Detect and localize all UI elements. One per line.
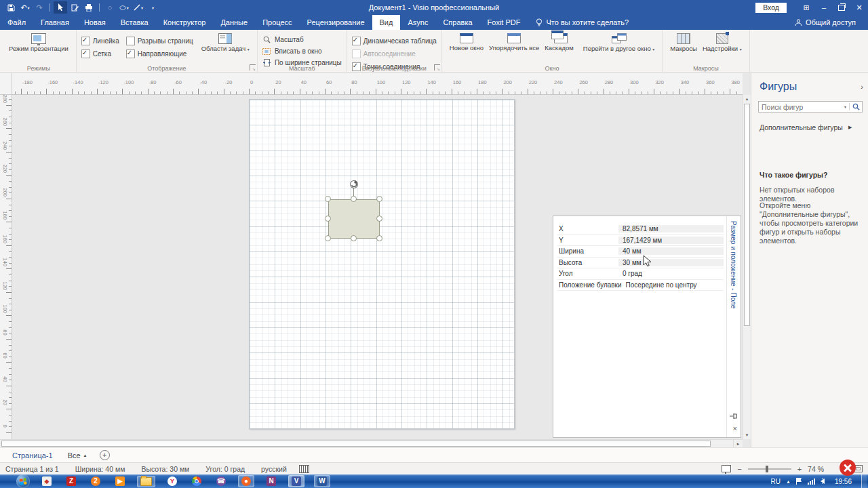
tab-foxit-pdf[interactable]: Foxit PDF	[480, 15, 528, 30]
save-icon[interactable]	[4, 1, 18, 14]
size-row-value[interactable]: Посередине по центру	[622, 281, 724, 289]
switch-windows-button[interactable]: Перейти в другое окно ▾	[580, 32, 658, 54]
macros-button[interactable]: Макросы	[667, 32, 700, 54]
checkbox-3[interactable]: Направляющие	[126, 49, 193, 59]
scroll-right-icon[interactable]: ▸	[733, 440, 743, 447]
tell-me-box[interactable]: Что вы хотите сделать?	[536, 15, 629, 30]
new-window-button[interactable]: Новое окно	[447, 32, 486, 53]
shape-search-input[interactable]	[759, 103, 842, 111]
file-explorer[interactable]	[137, 476, 155, 487]
shape-handle-top-left[interactable]	[325, 196, 331, 202]
checkbox-1[interactable]: Сетка	[81, 49, 119, 59]
clock[interactable]: 19:56	[835, 478, 852, 485]
pointer-tool-icon[interactable]	[54, 1, 67, 14]
more-shapes-menu[interactable]: Дополнительные фигуры ▶	[760, 123, 852, 131]
network-signal-icon[interactable]	[808, 479, 815, 485]
share-button[interactable]: Общий доступ	[795, 15, 856, 30]
restore-icon[interactable]	[833, 0, 850, 15]
viber[interactable]: ☎	[214, 476, 229, 487]
line-tool-icon[interactable]: ▾	[132, 1, 145, 14]
scroll-up-icon[interactable]: ▴	[743, 95, 751, 103]
chrome[interactable]	[189, 476, 204, 487]
print-icon[interactable]	[82, 1, 96, 14]
language-indicator[interactable]: RU	[771, 478, 781, 485]
vertical-scrollbar-thumb[interactable]	[744, 104, 750, 326]
shapes-pane-expand-icon[interactable]: ›	[861, 83, 863, 91]
tab-data[interactable]: Данные	[213, 15, 255, 30]
panel-close-icon[interactable]: ×	[733, 425, 737, 432]
presentation-mode-button[interactable]: Режим презентации	[6, 32, 71, 54]
status-item-2[interactable]: Высота: 30 мм	[141, 465, 189, 473]
drawing-page[interactable]	[249, 99, 515, 429]
undo-icon[interactable]: ↶▾	[18, 1, 32, 14]
customize-qat-icon[interactable]: ▾	[146, 1, 159, 14]
zoom-slider-thumb[interactable]	[766, 466, 768, 472]
search-icon[interactable]	[850, 103, 862, 110]
shape-handle-bottom-center[interactable]	[351, 235, 357, 241]
status-item-4[interactable]: русский	[261, 465, 287, 473]
size-position-side-tab[interactable]: Размер и положение - Поле	[726, 216, 741, 437]
shape-handle-top-right[interactable]	[376, 196, 382, 202]
shape-handle-middle-left[interactable]	[325, 216, 331, 222]
vertical-scrollbar[interactable]: ▴ ▾	[743, 95, 751, 439]
close-icon[interactable]: ✕	[850, 0, 868, 15]
app-icon-3[interactable]: 2	[88, 476, 103, 487]
app-icon-5[interactable]: ●	[238, 475, 254, 487]
size-row-value[interactable]: 40 мм	[618, 247, 724, 255]
checkbox-0[interactable]: Линейка	[81, 36, 119, 46]
size-row-value[interactable]: 82,8571 мм	[618, 225, 724, 232]
start-button[interactable]	[16, 474, 30, 488]
horizontal-scrollbar[interactable]: ▸	[0, 439, 743, 447]
line-dropdown-icon[interactable]: ▾	[141, 5, 143, 10]
add-page-button[interactable]: +	[100, 450, 110, 460]
screen-recorder-badge[interactable]	[840, 460, 856, 476]
scroll-down-icon[interactable]: ▾	[743, 431, 751, 439]
tab-async[interactable]: Async	[400, 15, 435, 30]
task-panes-button[interactable]: Области задач ▾	[199, 32, 252, 54]
shape-handle-bottom-left[interactable]	[325, 235, 331, 241]
tab-view[interactable]: Вид	[372, 15, 401, 30]
visual-aids-dialog-launcher-icon[interactable]: ↘	[434, 64, 440, 70]
zoom-slider[interactable]	[748, 468, 791, 470]
undo-dropdown-icon[interactable]: ▾	[28, 5, 30, 10]
tab-review[interactable]: Рецензирование	[300, 15, 372, 30]
size-row-value[interactable]: 30 мм	[618, 259, 724, 266]
selected-rectangle-shape[interactable]	[328, 199, 380, 239]
app-icon-2[interactable]: Z	[64, 476, 79, 487]
addins-button[interactable]: Надстройки ▾	[700, 32, 745, 54]
word[interactable]: W	[314, 475, 330, 487]
cascade-button[interactable]: Каскадом	[542, 32, 576, 53]
presentation-mode-status-icon[interactable]	[722, 465, 731, 472]
zoom-out-button[interactable]: −	[737, 465, 741, 473]
zoom-button[interactable]: Масштаб	[262, 35, 342, 45]
checkbox-2[interactable]: Разрывы страниц	[126, 36, 193, 46]
pin-icon[interactable]	[730, 413, 738, 420]
search-dropdown-icon[interactable]: ▾	[842, 103, 850, 110]
action-center-flag-icon[interactable]	[796, 478, 802, 485]
horizontal-scrollbar-thumb[interactable]	[1, 441, 711, 447]
tab-home[interactable]: Главная	[33, 15, 77, 30]
visio[interactable]: V	[288, 475, 304, 487]
size-row-value[interactable]: 167,1429 мм	[618, 237, 724, 244]
ellipse-tool-icon[interactable]: ⬭▾	[117, 1, 131, 14]
volume-icon[interactable]	[821, 479, 825, 484]
tab-insert[interactable]: Вставка	[113, 15, 156, 30]
app-icon-4[interactable]: ▶	[113, 476, 127, 487]
size-row-value[interactable]: 0 град	[618, 270, 724, 277]
arrange-all-button[interactable]: Упорядочить все	[486, 32, 542, 53]
tab-new[interactable]: Новая	[77, 15, 113, 30]
page-tab[interactable]: Страница-1	[8, 451, 57, 460]
tab-process[interactable]: Процесс	[255, 15, 299, 30]
show-dialog-launcher-icon[interactable]: ↘	[250, 64, 256, 70]
app-icon-1[interactable]: ◆	[39, 476, 54, 487]
fit-to-window-button[interactable]: Вписать в окно	[262, 46, 342, 56]
rotation-handle-icon[interactable]	[348, 178, 360, 190]
status-item-3[interactable]: Угол: 0 град	[205, 465, 245, 473]
ribbon-display-options-icon[interactable]: ⊞	[797, 0, 815, 15]
show-desktop-button[interactable]	[861, 474, 867, 488]
yandex-browser[interactable]: Y	[165, 476, 180, 487]
shape-handle-top-center[interactable]	[351, 196, 357, 202]
tab-file[interactable]: Файл	[0, 15, 33, 30]
drawing-canvas[interactable]: X82,8571 ммY167,1429 ммШирина40 ммВысота…	[12, 95, 743, 439]
tab-design[interactable]: Конструктор	[156, 15, 214, 30]
